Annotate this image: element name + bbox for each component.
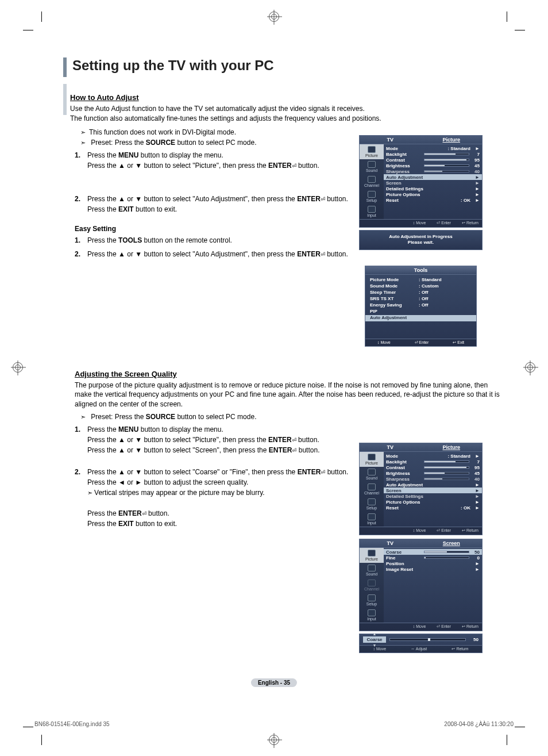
section-heading: Adjusting the Screen Quality	[75, 370, 511, 378]
note-line: Preset: Press the SOURCE button to selec…	[80, 412, 511, 422]
page-title: Setting up the TV with your PC	[72, 57, 274, 74]
print-metadata: BN68-01514E-00Eng.indd 35 2008-04-08 ¿ÀÀ…	[34, 721, 514, 727]
body-text: The function also automatically fine-tun…	[70, 114, 505, 124]
section-heading: How to Auto Adjust	[70, 93, 511, 102]
osd-picture-menu-2: TV Picture Picture Sound Channel Setup I…	[359, 443, 483, 653]
osd-coarse-slider: Coarse 50 ↕ Move ↔ Adjust ↩ Return	[359, 634, 483, 653]
body-text: Use the Auto Adjust function to have the…	[70, 104, 505, 114]
page-number: English - 35	[251, 678, 297, 687]
osd-picture-menu: TV Picture Picture Sound Channel Setup I…	[359, 135, 483, 250]
osd-tools-menu: Tools Picture Mode: Standard Sound Mode:…	[365, 266, 477, 347]
body-text: The purpose of the picture quality adjus…	[75, 381, 505, 409]
title-bar: Setting up the TV with your PC	[63, 57, 511, 77]
